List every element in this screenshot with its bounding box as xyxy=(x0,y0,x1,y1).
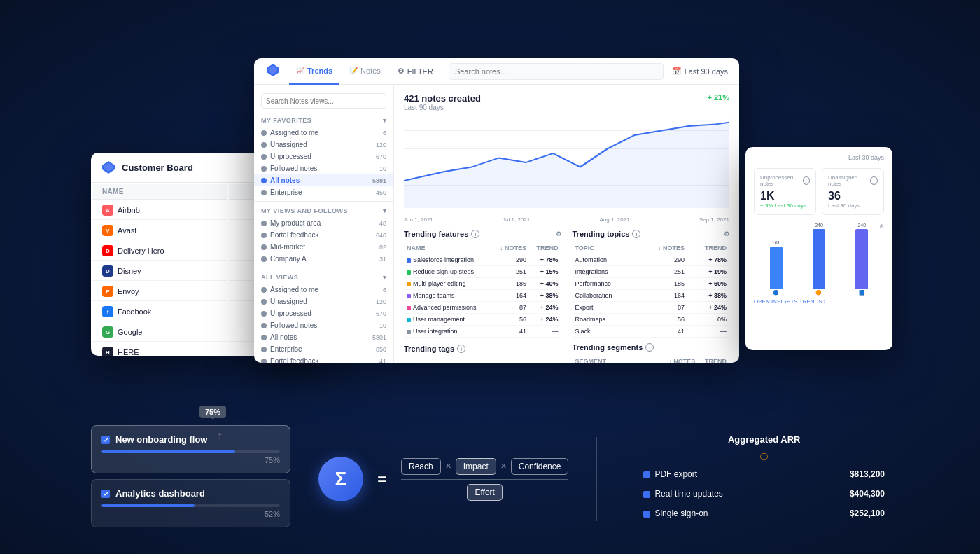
trending-tags-label: Trending tags xyxy=(404,345,454,353)
arr-title: Aggregated ARR xyxy=(728,434,801,445)
sidebar-item[interactable]: All notes5801 xyxy=(254,174,393,186)
app-logo xyxy=(101,160,116,175)
sidebar-item-count: 120 xyxy=(376,141,386,148)
progress-card[interactable]: New onboarding flow 75% xyxy=(91,425,290,473)
feature-trend: — xyxy=(529,326,561,338)
sidebar-divider-2 xyxy=(254,268,393,268)
sidebar-item-label: Followed notes xyxy=(270,165,317,172)
feature-color-dot xyxy=(407,294,411,298)
unassigned-value: 36 xyxy=(828,190,878,202)
pcard-checkbox xyxy=(102,490,110,498)
table-row: Export 87 + 24% xyxy=(573,302,730,314)
th-feature-notes: ↓ NOTES xyxy=(491,242,529,254)
settings-icon-features[interactable]: ⚙ xyxy=(556,230,561,237)
two-col-tables: Trending features i ⚙ NAME ↓ NOTES TREND xyxy=(404,230,729,363)
table-row: User integration 41 — xyxy=(404,326,561,338)
sidebar-item[interactable]: Followed notes10 xyxy=(254,319,393,331)
nav-filter[interactable]: ⚙ FILTER xyxy=(391,58,440,85)
trending-topics-title: Trending topics i ⚙ xyxy=(573,230,730,238)
company-name-label: HERE xyxy=(118,348,139,356)
sidebar-item[interactable]: My product area48 xyxy=(254,217,393,229)
multiply-icon-1: ✕ xyxy=(445,462,451,471)
info-icon-tags: i xyxy=(457,345,465,353)
sidebar-item-label: All notes xyxy=(270,333,297,341)
topic-notes: 56 xyxy=(638,314,687,326)
formula-bottom-row: Effort xyxy=(401,479,568,501)
company-dot: H xyxy=(102,347,113,356)
bar xyxy=(770,247,783,289)
sidebar-item-count: 5801 xyxy=(372,177,386,184)
company-name: E Envoy xyxy=(92,282,227,301)
sidebar-item-count: 41 xyxy=(379,358,386,363)
notes-badge: + 21% xyxy=(708,93,730,102)
unprocessed-stat: Unprocessed notes i 1K + 9% Last 30 days xyxy=(754,168,816,215)
sidebar-item-count: 670 xyxy=(376,153,386,160)
progress-card[interactable]: Analytics dashboard 52% xyxy=(91,479,290,527)
pcard-progress-bg xyxy=(102,504,280,507)
sidebar-item[interactable]: Enterprise450 xyxy=(254,186,393,198)
feature-color-dot xyxy=(407,318,411,322)
sidebar-item[interactable]: All notes5801 xyxy=(254,331,393,343)
arr-table: PDF export $813,200 Real-time updates $4… xyxy=(639,464,889,524)
cursor-icon: ↑ xyxy=(217,429,223,442)
sidebar-item[interactable]: Assigned to me6 xyxy=(254,127,393,139)
sidebar-item[interactable]: Company A31 xyxy=(254,253,393,265)
table-row: Roadmaps 56 0% xyxy=(573,314,730,326)
table-row: Multi-player editing 185 + 40% xyxy=(404,278,561,290)
segments-table: SEGMENT ↓ NOTES TREND Enterprise 290 + 7… xyxy=(573,356,730,363)
sidebar-item-label: Assigned to me xyxy=(270,286,318,293)
sidebar-item[interactable]: Mid-market82 xyxy=(254,241,393,253)
th-topic-notes: ↓ NOTES xyxy=(638,242,687,254)
topic-name: Export xyxy=(573,302,638,314)
formula-row: Σ = Reach ✕ Impact ✕ Confidence Effort xyxy=(318,457,568,501)
feature-notes: 185 xyxy=(491,278,529,290)
tag-confidence: Confidence xyxy=(511,458,569,475)
sidebar-item[interactable]: Unprocessed670 xyxy=(254,307,393,319)
sidebar-item[interactable]: Unprocessed670 xyxy=(254,151,393,162)
main-analytics-card: 📈 Trends 📝 Notes ⚙ FILTER 📅 Last 90 days… xyxy=(254,58,739,363)
sidebar-dot xyxy=(261,190,267,195)
bar xyxy=(855,229,868,289)
table-row: Reduce sign-up steps 251 + 15% xyxy=(404,266,561,278)
feature-color-dot xyxy=(407,330,411,334)
tab-notes[interactable]: 📝 Notes xyxy=(342,58,388,85)
bar-value: 240 xyxy=(858,223,866,228)
company-name: H HERE xyxy=(92,343,227,356)
bar-value: 161 xyxy=(772,240,780,245)
company-name-label: Delivery Hero xyxy=(118,247,164,255)
sidebar-item[interactable]: Followed notes10 xyxy=(254,162,393,174)
sidebar-item[interactable]: Enterprise850 xyxy=(254,343,393,355)
feature-name: Salesforce integration xyxy=(404,254,491,266)
feature-trend: + 78% xyxy=(529,254,561,266)
feature-notes: 164 xyxy=(491,290,529,302)
arr-info: ⓘ xyxy=(639,452,889,462)
settings-icon-topics[interactable]: ⚙ xyxy=(724,230,729,237)
sidebar-search-input[interactable] xyxy=(261,93,386,109)
sidebar-item-label: Enterprise xyxy=(270,345,302,353)
sidebar-item-label: Portal feedback xyxy=(270,231,319,239)
tab-trends[interactable]: 📈 Trends xyxy=(289,58,340,85)
sidebar-item-label: Company A xyxy=(270,255,307,263)
feature-name: User management xyxy=(404,314,491,326)
unassigned-sub: Last 30 days xyxy=(828,202,878,209)
search-input[interactable] xyxy=(449,63,664,80)
sidebar-item-label: My product area xyxy=(270,219,321,227)
chevron-down-icon-2: ▾ xyxy=(383,207,387,214)
calendar-icon: 📅 xyxy=(672,67,682,76)
multiply-icon-2: ✕ xyxy=(500,462,507,471)
th-segment-trend: TREND xyxy=(698,356,729,363)
open-insights-link[interactable]: OPEN INSIGHTS TRENDS › xyxy=(754,298,884,305)
company-name: D Delivery Hero xyxy=(92,242,227,261)
company-name-label: Envoy xyxy=(118,287,139,296)
info-icon-features: i xyxy=(471,230,479,238)
sidebar-item-count: 6 xyxy=(383,130,386,137)
sidebar-item[interactable]: Unassigned120 xyxy=(254,139,393,151)
sidebar-item[interactable]: Portal feedback640 xyxy=(254,229,393,241)
filter-label: FILTER xyxy=(407,67,433,76)
sidebar-item[interactable]: Unassigned120 xyxy=(254,296,393,307)
sidebar-item-label: Unassigned xyxy=(270,298,307,305)
pcard-percent: 52% xyxy=(102,510,280,518)
sidebar-item-count: 450 xyxy=(376,189,386,196)
sidebar-item[interactable]: Assigned to me6 xyxy=(254,284,393,296)
sidebar-item[interactable]: Portal feedback41 xyxy=(254,355,393,363)
